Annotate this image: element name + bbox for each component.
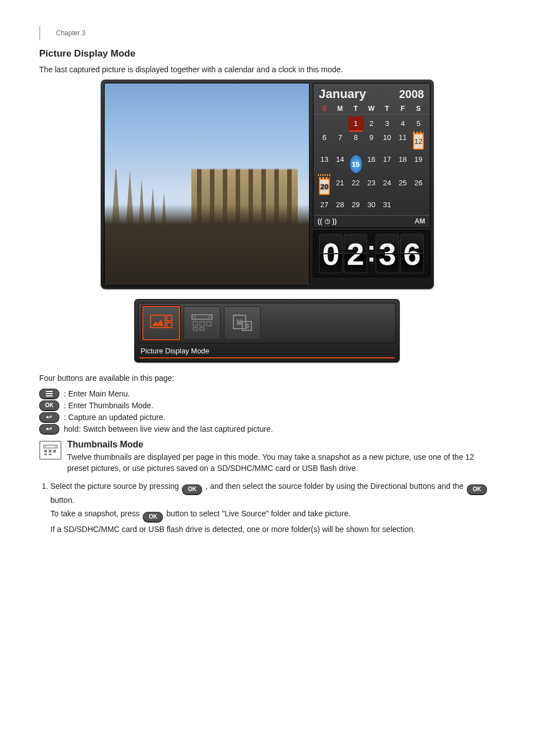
svg-rect-14	[249, 167, 253, 251]
svg-point-27	[231, 270, 236, 276]
mode-picture-display[interactable]	[142, 306, 180, 340]
svg-rect-10	[197, 167, 202, 251]
list-text: : Enter Thumbnails Mode.	[64, 401, 153, 410]
steps-list: Select the picture source by pressing OK…	[39, 480, 495, 535]
enter-icon	[39, 412, 59, 422]
svg-rect-11	[210, 167, 214, 251]
svg-marker-51	[46, 427, 48, 430]
svg-rect-56	[49, 450, 51, 452]
svg-marker-6	[160, 193, 168, 251]
calendar-widget: January 2008 S M T W T F S 1234567891011…	[313, 83, 430, 228]
calendar-grid: 1234567891011121314151617181920212223242…	[313, 114, 430, 215]
calendar-year: 2008	[399, 88, 424, 101]
svg-marker-50	[46, 416, 48, 418]
figure-mode-strip: M S Picture Display Mode	[39, 299, 495, 362]
svg-marker-32	[152, 319, 163, 326]
section-title: Picture Display Mode	[39, 48, 495, 59]
svg-rect-13	[236, 167, 240, 251]
svg-rect-18	[189, 251, 301, 259]
list-item: : Capture an updated picture.	[39, 412, 495, 422]
ok-icon: OK	[182, 484, 202, 494]
svg-point-54	[55, 446, 56, 447]
clock-digit: 2	[344, 234, 367, 273]
svg-rect-1	[105, 251, 309, 285]
svg-rect-40	[207, 321, 211, 326]
page-header: Chapter 3	[39, 26, 495, 40]
subheading-thumbnails: Thumbnails Mode Twelve thumbnails are di…	[39, 440, 495, 479]
svg-rect-9	[191, 162, 298, 257]
clock-digit: 0	[319, 234, 343, 273]
svg-rect-57	[53, 450, 56, 452]
clock-digit: 3	[376, 234, 399, 273]
svg-rect-0	[105, 83, 309, 285]
svg-text:S: S	[245, 323, 249, 329]
svg-point-23	[219, 268, 226, 274]
svg-rect-42	[200, 328, 204, 330]
accent-line	[139, 357, 395, 358]
svg-point-53	[45, 446, 46, 447]
svg-marker-4	[137, 179, 146, 251]
flip-clock: 0 2 3 6	[313, 230, 430, 277]
svg-rect-16	[274, 167, 279, 251]
list-text: : Enter Main Menu.	[64, 389, 130, 398]
clock-digit: 6	[400, 234, 424, 273]
mode-thumbnails[interactable]	[184, 306, 221, 340]
ok-icon: OK	[467, 484, 487, 494]
photo-preview	[104, 83, 310, 286]
svg-rect-17	[287, 167, 292, 251]
intro-text: The last captured picture is displayed t…	[39, 64, 495, 75]
figure-picture-display: January 2008 S M T W T F S 1234567891011…	[39, 80, 495, 289]
svg-point-22	[181, 267, 188, 274]
svg-rect-8	[197, 139, 292, 162]
svg-rect-39	[200, 321, 204, 326]
mode-management-settings[interactable]: M S	[224, 306, 261, 340]
calendar-dow-row: S M T W T F S	[313, 104, 430, 114]
list-item: OK : Enter Thumbnails Mode.	[39, 400, 495, 410]
alarm-icon: (( ))	[318, 217, 337, 225]
svg-point-7	[194, 127, 295, 152]
svg-marker-3	[124, 170, 135, 251]
svg-rect-58	[44, 454, 47, 455]
subheading-title: Thumbnails Mode	[67, 440, 495, 450]
ok-icon: OK	[143, 512, 163, 522]
svg-point-25	[269, 267, 276, 274]
calendar-month: January	[319, 87, 366, 101]
svg-rect-38	[193, 321, 198, 326]
menu-icon	[39, 389, 59, 399]
button-list: : Enter Main Menu. OK : Enter Thumbnails…	[39, 389, 495, 434]
svg-point-26	[186, 268, 191, 274]
svg-point-36	[194, 316, 196, 318]
subheading-text: Twelve thumbnails are displayed per page…	[67, 451, 495, 474]
ok-icon: OK	[39, 400, 59, 410]
photo-illustration	[105, 83, 309, 285]
svg-text:M: M	[237, 319, 242, 326]
svg-rect-41	[193, 328, 198, 330]
svg-rect-12	[223, 167, 227, 251]
svg-point-37	[209, 316, 210, 318]
buttons-intro: Four buttons are available in this page:	[39, 372, 495, 384]
svg-rect-59	[49, 454, 51, 455]
list-text: hold: Switch between live view and the l…	[64, 424, 273, 433]
ampm-label: AM	[415, 217, 425, 225]
list-item: hold: Switch between live view and the l…	[39, 424, 495, 434]
mode-strip-label: Picture Display Mode	[138, 343, 396, 357]
thumbnails-icon	[39, 441, 62, 460]
enter-icon	[39, 424, 59, 434]
svg-marker-2	[110, 162, 121, 251]
svg-point-19	[135, 265, 142, 272]
step-item: Select the picture source by pressing OK…	[50, 480, 495, 535]
svg-rect-55	[44, 450, 47, 452]
svg-point-24	[247, 269, 254, 276]
svg-rect-15	[261, 167, 266, 251]
svg-rect-33	[167, 315, 172, 321]
svg-rect-34	[167, 323, 172, 328]
clock-colon	[369, 246, 373, 262]
svg-marker-5	[148, 187, 157, 251]
list-text: : Capture an updated picture.	[64, 413, 165, 422]
svg-point-21	[174, 268, 181, 274]
svg-point-20	[142, 266, 148, 273]
list-item: : Enter Main Menu.	[39, 389, 495, 399]
